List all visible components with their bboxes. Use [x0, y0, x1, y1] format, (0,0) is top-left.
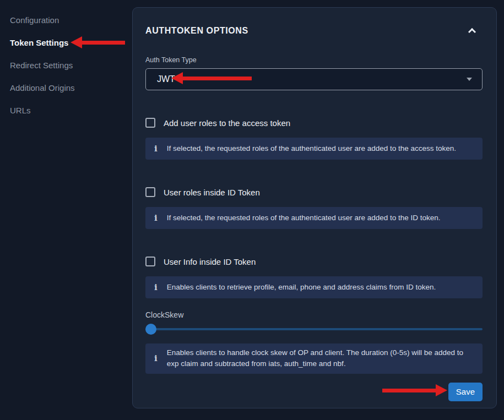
info-box-user-info-id-token: i Enables clients to retrieve profile, e…	[145, 276, 483, 298]
info-text: Enables clients to retrieve profile, ema…	[167, 282, 436, 293]
sidebar-item-token-settings[interactable]: Token Settings	[10, 37, 132, 48]
option-row-access-token-roles: Add user roles to the access token	[145, 117, 483, 129]
checkbox-label: User roles inside ID Token	[164, 188, 260, 197]
info-text: If selected, the requested roles of the …	[167, 212, 441, 223]
auth-token-type-label: Auth Token Type	[145, 56, 483, 64]
checkbox-label: User Info inside ID Token	[164, 257, 256, 266]
save-button[interactable]: Save	[448, 383, 483, 401]
checkbox-label: Add user roles to the access token	[164, 118, 290, 128]
authtoken-options-panel: AUTHTOKEN OPTIONS Auth Token Type JWT Ad…	[132, 7, 497, 408]
option-row-id-token-roles: User roles inside ID Token	[145, 186, 483, 198]
info-box-access-token-roles: i If selected, the requested roles of th…	[145, 138, 483, 160]
chevron-up-icon[interactable]	[468, 28, 476, 36]
clockskew-label: ClockSkew	[145, 310, 483, 319]
option-row-user-info-id-token: User Info inside ID Token	[145, 255, 483, 268]
save-row: Save	[145, 383, 483, 401]
settings-sidebar: Configuration Token Settings Redirect Se…	[0, 0, 132, 420]
info-text: If selected, the requested roles of the …	[167, 143, 456, 154]
auth-token-type-select[interactable]: JWT	[145, 68, 483, 90]
info-icon: i	[154, 214, 158, 222]
panel-header: AUTHTOKEN OPTIONS	[145, 24, 483, 37]
sidebar-item-additional-origins[interactable]: Additional Origins	[10, 83, 132, 94]
slider-track	[145, 328, 483, 330]
sidebar-item-urls[interactable]: URLs	[10, 105, 132, 116]
info-icon: i	[154, 145, 158, 153]
clockskew-slider[interactable]	[145, 324, 483, 335]
checkbox-user-info-id-token[interactable]	[145, 257, 155, 266]
info-box-id-token-roles: i If selected, the requested roles of th…	[145, 207, 483, 229]
info-icon: i	[154, 283, 158, 292]
checkbox-user-roles-id-token[interactable]	[145, 187, 155, 197]
auth-token-type-value: JWT	[157, 74, 175, 84]
info-text: Enables clients to handle clock skew of …	[167, 347, 474, 370]
sidebar-item-configuration[interactable]: Configuration	[10, 15, 132, 26]
slider-thumb[interactable]	[145, 324, 156, 335]
info-box-clockskew: i Enables clients to handle clock skew o…	[145, 343, 483, 374]
checkbox-add-user-roles-access-token[interactable]	[145, 118, 155, 128]
info-icon: i	[154, 354, 158, 363]
chevron-down-icon	[467, 78, 472, 81]
sidebar-item-redirect-settings[interactable]: Redirect Settings	[10, 60, 132, 71]
panel-title: AUTHTOKEN OPTIONS	[145, 26, 248, 36]
